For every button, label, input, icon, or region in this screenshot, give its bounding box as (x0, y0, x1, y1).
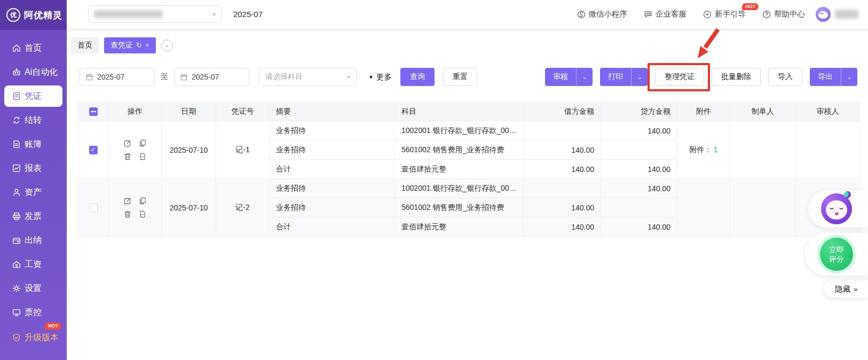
sidebar-item-asset[interactable]: 资产 (4, 182, 62, 203)
topbar-link-help[interactable]: 帮助中心 (762, 9, 805, 19)
voucher-date: 2025-07-10 (162, 179, 216, 237)
row-checkbox[interactable] (89, 204, 98, 212)
user-avatar[interactable] (816, 7, 831, 22)
action-button-批量删除[interactable]: 批量删除 (712, 68, 761, 86)
assistant-widget[interactable] (808, 190, 868, 228)
tab-strip: 首页 查凭证 ↻ × ⌄ (67, 34, 868, 57)
sidebar-item-monitor[interactable]: 票控 (4, 302, 62, 323)
column-header: 操作 (109, 102, 162, 121)
rate-now-button[interactable]: 立即 评分 (820, 238, 853, 271)
voucher-line-row: 2025-07-10记-1业务招待1002001 银行存款_银行存款_001..… (78, 121, 860, 140)
row-checkbox[interactable] (89, 146, 98, 154)
assistant-mascot-icon[interactable] (821, 193, 852, 224)
sidebar-item-robot[interactable]: Ai自动化 (4, 61, 62, 83)
action-button-打印[interactable]: 打印⌄ (600, 68, 648, 86)
action-button-整理凭证[interactable]: 整理凭证 (655, 68, 704, 86)
copy-icon (138, 197, 147, 205)
chevron-down-icon[interactable]: ⌄ (631, 68, 648, 86)
action-button-审核[interactable]: 审核⌄ (545, 68, 593, 86)
edit-button[interactable] (123, 139, 132, 147)
close-icon[interactable]: × (145, 41, 149, 49)
topbar-link-label: 微信小程序 (589, 9, 628, 19)
hide-widgets-button[interactable]: 隐藏 » (824, 280, 868, 298)
credit-cell (601, 140, 677, 160)
more-filters-toggle[interactable]: ▼ 更多 (368, 72, 392, 82)
action-button-label[interactable]: 打印 (600, 68, 631, 86)
action-button-label[interactable]: 审核 (545, 68, 576, 86)
action-button-导入[interactable]: 导入 (768, 68, 802, 86)
delete-button[interactable] (123, 152, 132, 161)
sidebar-item-label: 工资 (25, 259, 42, 270)
transfer-icon (12, 115, 21, 125)
column-header: 摘要 (270, 102, 395, 121)
column-header: 日期 (162, 102, 216, 121)
app-logo-icon: 优 (6, 8, 20, 22)
edit-icon (123, 139, 132, 147)
copy-button[interactable] (138, 139, 147, 147)
attachment-cell: 附件：1 (677, 121, 730, 179)
edit-icon (123, 197, 132, 205)
delete-button[interactable] (123, 210, 132, 218)
sidebar-item-invoice[interactable]: 发票 (4, 206, 62, 227)
sidebar-item-report[interactable]: 报表 (4, 158, 62, 179)
sidebar-item-salary[interactable]: 工资 (4, 254, 62, 275)
column-header: 科目 (395, 102, 524, 121)
voucher-number: 记-1 (216, 121, 270, 179)
refresh-icon[interactable]: ↻ (136, 41, 142, 49)
docfile-icon (138, 152, 147, 161)
sidebar-item-label: 账簿 (25, 139, 42, 150)
topbar-link-guide[interactable]: 新手引导HOT (703, 9, 746, 19)
select-all-checkbox[interactable] (89, 107, 98, 116)
sidebar-item-upgrade[interactable]: 升级版本HOT (4, 327, 62, 348)
trash-icon (123, 152, 132, 161)
sidebar-item-ledger[interactable]: 账簿 (4, 134, 62, 155)
user-menu[interactable] (816, 7, 868, 22)
search-button[interactable]: 查询 (400, 68, 435, 86)
attachment-label: 附件： (690, 145, 712, 154)
summary-cell: 业务招待 (270, 179, 395, 198)
robot-icon (12, 67, 21, 77)
document-button[interactable] (138, 152, 147, 161)
account-cell: 壹佰肆拾元整 (395, 217, 524, 237)
rate-now-line1: 立即 (829, 245, 844, 254)
action-button-label[interactable]: 导出 (810, 68, 841, 86)
sidebar-item-cashier[interactable]: 出纳 (4, 230, 62, 251)
tabs-collapse-button[interactable]: ⌄ (161, 40, 173, 51)
summary-cell: 合计 (270, 160, 395, 179)
column-header: 审核人 (796, 102, 860, 121)
sidebar-item-gear[interactable]: 设置 (4, 278, 62, 299)
company-select[interactable]: ▾ (88, 5, 222, 23)
chevron-down-icon[interactable]: ⌄ (841, 68, 857, 86)
action-button-导出[interactable]: 导出⌄ (810, 68, 857, 86)
gear-icon (12, 284, 21, 293)
copy-button[interactable] (138, 197, 147, 205)
sidebar-item-transfer[interactable]: 结转 (4, 109, 62, 131)
tab-check-voucher[interactable]: 查凭证 ↻ × (104, 37, 156, 53)
shield-icon (12, 333, 21, 342)
topbar-link-service[interactable]: 企业客服 (643, 9, 686, 19)
attachment-count[interactable]: 1 (714, 145, 718, 154)
account-cell: 5601002 销售费用_业务招待费 (395, 140, 524, 160)
subject-select[interactable]: 请选择科目 ▾ (259, 68, 357, 86)
caret-down-icon: ▼ (368, 74, 374, 80)
mascot-eyes (830, 207, 843, 209)
voucher-line-row: 2025-07-10记-2业务招待1002001 银行存款_银行存款_001..… (78, 179, 860, 198)
edit-button[interactable] (123, 197, 132, 205)
chevron-down-icon[interactable]: ⌄ (576, 68, 593, 86)
reset-button[interactable]: 重置 (443, 68, 477, 86)
sidebar: 优 阿优精灵 首页Ai自动化凭证结转账簿报表资产发票出纳工资设置票控升级版本HO… (0, 0, 67, 360)
date-from-input[interactable]: 2025-07 (80, 68, 155, 86)
sidebar-item-home[interactable]: 首页 (4, 37, 62, 59)
tab-home[interactable]: 首页 (71, 37, 99, 53)
sidebar-item-label: 票控 (25, 307, 42, 318)
date-to-input[interactable]: 2025-07 (174, 68, 249, 86)
sidebar-item-voucher[interactable]: 凭证 (4, 85, 62, 107)
filter-bar: 2025-07 至 2025-07 请选择科目 ▾ ▼ 更多 查询 重置 (80, 68, 477, 86)
attachment-cell (677, 179, 730, 237)
topbar-link-miniprogram[interactable]: 微信小程序 (577, 9, 628, 19)
chevron-down-icon: ▾ (212, 11, 216, 17)
calendar-icon (180, 73, 188, 81)
sidebar-item-label: 升级版本 (25, 332, 59, 343)
document-button[interactable] (138, 210, 147, 218)
debit-cell (524, 179, 601, 198)
